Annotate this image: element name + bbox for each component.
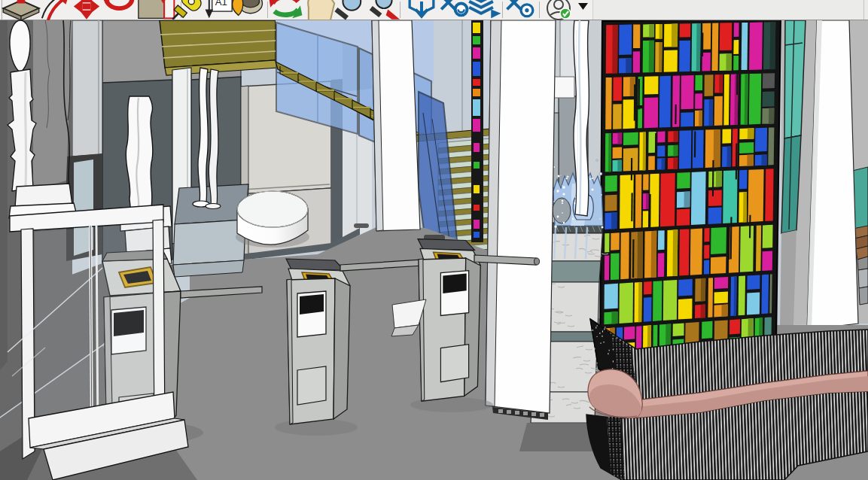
svg-text:A1: A1 bbox=[215, 0, 227, 8]
